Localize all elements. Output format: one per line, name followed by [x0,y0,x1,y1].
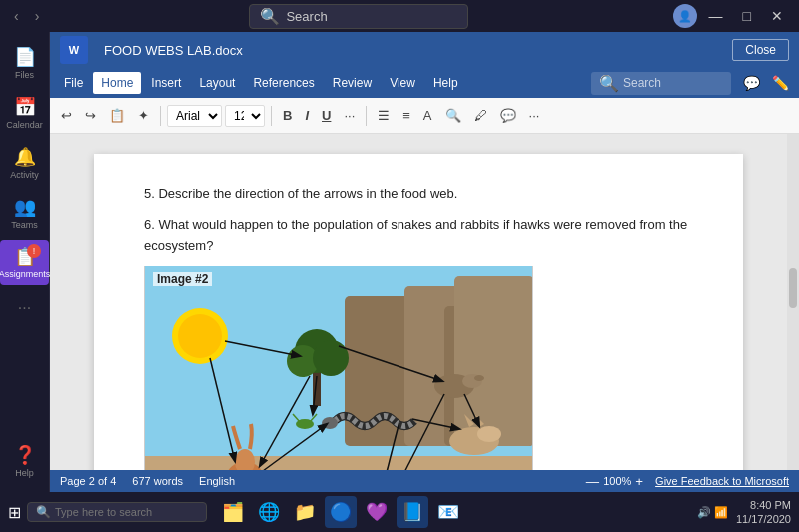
taskbar: ⊞ 🔍 🗂️ 🌐 📁 🔵 💜 📘 📧 🔊 📶 8:40 PM 11/17/202… [0,492,799,532]
taskbar-right: 🔊 📶 8:40 PM 11/17/2020 [697,498,791,527]
q6-number: 6. [144,217,155,232]
edit-pen-button[interactable]: ✏️ [768,73,793,93]
comment-button[interactable]: 💬 [739,73,764,93]
bold-button[interactable]: B [278,105,297,126]
menu-icon-buttons: 💬 ✏️ [739,73,793,93]
zoom-out-button[interactable]: — [586,474,599,489]
menu-bar: File Home Insert Layout References Revie… [50,68,799,98]
teams-icon: 👥 [14,196,36,218]
more-icon: ··· [18,299,31,317]
menu-search-input[interactable] [623,76,723,90]
status-bar: Page 2 of 4 677 words English — 100% + G… [50,470,799,492]
menu-layout[interactable]: Layout [191,72,243,94]
svg-point-16 [322,417,338,429]
taskbar-app-outlook[interactable]: 📧 [432,496,464,528]
menu-review[interactable]: Review [325,72,380,94]
title-search-box[interactable]: 🔍 [249,4,468,29]
menu-search-box[interactable]: 🔍 [591,72,731,95]
title-search-container: 🔍 [53,4,664,29]
question-6: 6. What would happen to the population o… [144,215,693,257]
comment-toolbar-button[interactable]: 💬 [495,105,521,126]
format-clear-button[interactable]: ✦ [133,105,154,126]
clipboard-button[interactable]: 📋 [104,105,130,126]
toolbar-separator-3 [366,106,367,126]
feedback-link[interactable]: Give Feedback to Microsoft [655,475,789,487]
italic-button[interactable]: I [300,105,314,126]
sidebar: 📄 Files 📅 Calendar 🔔 Activity 👥 Teams 📋 … [0,32,50,492]
font-family-select[interactable]: Arial [167,105,222,127]
maximize-button[interactable]: □ [735,6,759,26]
sidebar-item-activity[interactable]: 🔔 Activity [0,140,49,186]
menu-insert[interactable]: Insert [143,72,189,94]
sidebar-item-help[interactable]: ❓ Help [0,438,49,484]
start-button[interactable]: ⊞ [8,503,21,522]
taskbar-search-box[interactable]: 🔍 [27,502,207,522]
title-search-input[interactable] [286,9,445,24]
sidebar-item-more[interactable]: ··· [0,289,49,323]
taskbar-app-edge[interactable]: 🌐 [253,496,285,528]
language: English [199,475,235,487]
scrollbar[interactable] [787,134,799,470]
font-color-button[interactable]: A [418,105,437,126]
taskbar-app-word[interactable]: 📘 [397,496,428,528]
word-app-icon: W [60,36,88,64]
activity-icon: 🔔 [14,146,36,168]
sidebar-label-activity: Activity [10,170,39,180]
date-display: 11/17/2020 [736,512,791,526]
close-doc-button[interactable]: Close [732,39,789,61]
sidebar-label-help: Help [15,468,34,478]
font-size-select[interactable]: 12 [225,105,265,127]
svg-point-8 [178,314,222,358]
status-right: — 100% + Give Feedback to Microsoft [586,474,789,489]
image-label: Image #2 [153,272,212,286]
back-button[interactable]: ‹ [8,6,25,26]
help-icon: ❓ [14,444,36,466]
taskbar-app-teams[interactable]: 💜 [361,496,393,528]
menu-home[interactable]: Home [93,72,141,94]
question-5: 5. Describe the direction of the arrows … [144,184,693,205]
window-controls: 👤 — □ ✕ [673,4,791,28]
more-toolbar-button[interactable]: ··· [524,105,545,126]
taskbar-icons: 🔊 📶 [697,506,728,519]
zoom-level: 100% [603,475,631,487]
find-button[interactable]: 🔍 [440,105,466,126]
main-layout: 📄 Files 📅 Calendar 🔔 Activity 👥 Teams 📋 … [0,32,799,492]
menu-help[interactable]: Help [425,72,466,94]
underline-button[interactable]: U [317,105,336,126]
sidebar-item-files[interactable]: 📄 Files [0,40,49,86]
document-area: 5. Describe the direction of the arrows … [50,134,787,470]
taskbar-apps: 🗂️ 🌐 📁 🔵 💜 📘 📧 [217,496,464,528]
menu-file[interactable]: File [56,72,91,94]
taskbar-search-input[interactable] [55,506,175,518]
taskbar-time: 8:40 PM 11/17/2020 [736,498,791,527]
taskbar-app-edge2[interactable]: 🔵 [325,496,357,528]
office-title-bar: W FOOD WEBS LAB.docx Close [50,32,799,68]
time-display: 8:40 PM [736,498,791,512]
menu-view[interactable]: View [382,72,423,94]
svg-rect-5 [145,456,533,470]
sidebar-label-calendar: Calendar [6,120,43,130]
redo-button[interactable]: ↪ [80,105,101,126]
forward-button[interactable]: › [29,6,46,26]
undo-button[interactable]: ↩ [56,105,77,126]
minimize-button[interactable]: — [701,6,731,26]
calendar-icon: 📅 [14,96,36,118]
menu-references[interactable]: References [245,72,322,94]
more-format-button[interactable]: ··· [339,105,360,126]
q5-number: 5. [144,186,155,201]
sidebar-item-teams[interactable]: 👥 Teams [0,190,49,236]
taskbar-app-files[interactable]: 🗂️ [217,496,249,528]
sidebar-item-calendar[interactable]: 📅 Calendar [0,90,49,136]
svg-point-12 [313,340,349,376]
zoom-in-button[interactable]: + [635,474,643,489]
sidebar-item-assignments[interactable]: 📋 Assignments ! [0,240,49,285]
align-button[interactable]: ≡ [398,105,415,126]
close-button[interactable]: ✕ [763,6,791,26]
taskbar-app-explorer[interactable]: 📁 [289,496,321,528]
highlight-button[interactable]: 🖊 [469,105,492,126]
user-avatar[interactable]: 👤 [673,4,697,28]
scroll-thumb[interactable] [789,268,797,308]
list-button[interactable]: ☰ [373,105,395,126]
toolbar: ↩ ↪ 📋 ✦ Arial 12 B I U ··· ☰ ≡ A 🔍 🖊 💬 ·… [50,98,799,134]
food-web-image [145,266,533,470]
